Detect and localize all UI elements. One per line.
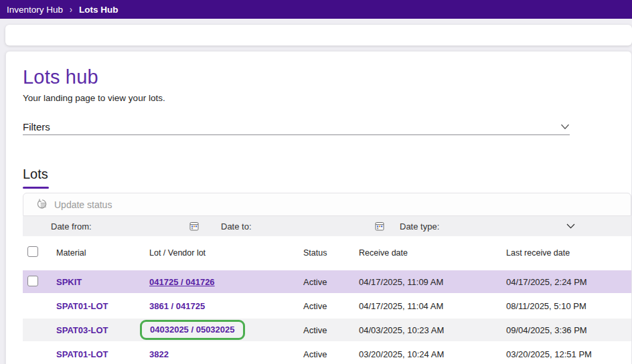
cell-material: SPAT01-LOT — [56, 349, 149, 359]
update-status-button[interactable]: Update status — [54, 199, 112, 210]
column-header-receive-date[interactable]: Receive date — [359, 248, 506, 258]
cell-status: Active — [303, 325, 359, 335]
calendar-icon[interactable] — [375, 221, 384, 231]
cell-lot-link[interactable]: 041725 / 041726 — [149, 277, 303, 287]
date-type-dropdown-chevron-icon[interactable] — [566, 223, 575, 229]
cell-last-receive-date: 03/20/2025, 12:51 PM — [506, 349, 631, 359]
cell-last-receive-date: 09/04/2025, 3:36 PM — [506, 325, 631, 335]
update-status-icon — [35, 199, 48, 210]
cell-last-receive-date: 08/11/2025, 5:10 PM — [506, 301, 631, 311]
lots-grid: Update status Date from: Date to: — [23, 193, 631, 364]
cell-receive-date: 04/17/2025, 11:09 AM — [359, 277, 506, 287]
breadcrumb-inventory-hub[interactable]: Inventory Hub — [7, 5, 63, 15]
cell-lot-link[interactable]: 04032025 / 05032025 — [150, 325, 235, 335]
table-header-row: Material Lot / Vendor lot Status Receive… — [23, 236, 631, 269]
column-header-lot[interactable]: Lot / Vendor lot — [149, 248, 303, 258]
cell-material: SPAT03-LOT — [56, 325, 149, 335]
chevron-down-icon[interactable] — [560, 124, 570, 130]
cell-status: Active — [303, 277, 359, 287]
column-header-status[interactable]: Status — [303, 248, 359, 258]
breadcrumb: Inventory Hub › Lots Hub — [0, 0, 632, 19]
row-checkbox[interactable] — [27, 276, 38, 286]
lots-section-underline — [23, 187, 49, 189]
filters-label: Filters — [23, 121, 50, 132]
table-row[interactable]: SPAT01-LOT 3822 Active 03/20/2025, 10:24… — [23, 343, 631, 364]
breadcrumb-lots-hub[interactable]: Lots Hub — [79, 5, 118, 15]
calendar-icon[interactable] — [189, 221, 199, 231]
command-bar-card — [5, 25, 632, 46]
date-filter-row: Date from: Date to: — [23, 216, 631, 236]
page-subtitle: Your landing page to view your lots. — [23, 93, 165, 103]
date-type-label: Date type: — [400, 221, 439, 232]
cell-receive-date: 03/20/2025, 10:24 AM — [359, 349, 506, 359]
cell-last-receive-date: 04/17/2025, 2:24 PM — [506, 277, 631, 287]
cell-receive-date: 04/17/2025, 11:04 AM — [359, 301, 506, 311]
table-row[interactable]: SPAT01-LOT 3861 / 041725 Active 04/17/20… — [23, 294, 631, 317]
main-content-card: Lots hub Your landing page to view your … — [5, 51, 632, 364]
cell-material: SPKIT — [56, 277, 149, 287]
column-header-last-receive-date[interactable]: Last receive date — [506, 248, 631, 258]
date-from-label: Date from: — [51, 221, 92, 232]
breadcrumb-chevron-icon: › — [70, 3, 72, 15]
column-header-material[interactable]: Material — [56, 248, 149, 258]
annotation-highlight-box: 04032025 / 05032025 — [140, 320, 245, 340]
cell-status: Active — [303, 301, 359, 311]
cell-status: Active — [303, 349, 359, 359]
cell-receive-date: 04/03/2025, 10:23 AM — [359, 325, 506, 335]
table-row[interactable]: SPAT03-LOT 04032025 / 05032025 Active 04… — [23, 318, 631, 341]
date-to-label: Date to: — [221, 221, 252, 232]
lots-section-title: Lots — [23, 167, 48, 182]
page-title: Lots hub — [23, 66, 98, 88]
cell-material: SPAT01-LOT — [56, 301, 149, 311]
cell-lot-link[interactable]: 3861 / 041725 — [149, 301, 303, 311]
table-row[interactable]: SPKIT 041725 / 041726 Active 04/17/2025,… — [23, 270, 631, 293]
filters-expander[interactable]: Filters — [23, 118, 570, 135]
grid-toolbar: Update status — [23, 193, 631, 216]
cell-lot-link[interactable]: 3822 — [149, 349, 303, 359]
select-all-checkbox[interactable] — [27, 246, 38, 257]
